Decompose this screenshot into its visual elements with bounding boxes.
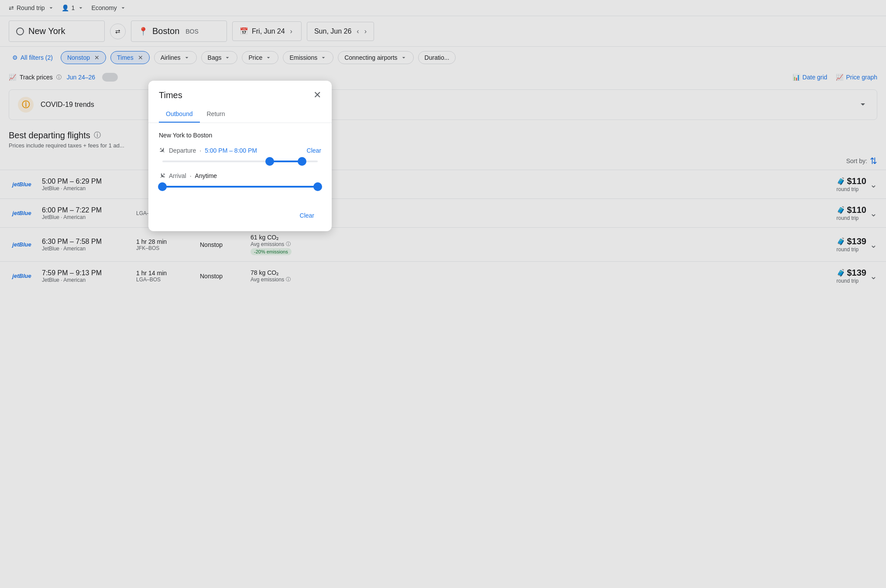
- modal-route: New York to Boston: [159, 132, 321, 139]
- departure-clear-button[interactable]: Clear: [307, 147, 321, 154]
- departure-time-section: ✈ Departure · 5:00 PM – 8:00 PM Clear: [159, 146, 321, 162]
- arrival-slider-track: [162, 186, 318, 188]
- arrival-time-range: Anytime: [195, 172, 217, 179]
- departure-label: Departure: [169, 147, 196, 154]
- arrival-time-section: ✈ Arrival · Anytime: [159, 171, 321, 188]
- arrival-label: Arrival: [169, 172, 186, 179]
- departure-slider-right-thumb[interactable]: [298, 157, 306, 166]
- arrival-slider-fill: [162, 186, 318, 188]
- departure-slider-fill: [270, 161, 302, 162]
- modal-title: Times: [159, 90, 182, 100]
- arrival-time-label: ✈ Arrival · Anytime: [159, 171, 321, 181]
- tab-return[interactable]: Return: [200, 106, 232, 123]
- departure-time-label: ✈ Departure · 5:00 PM – 8:00 PM Clear: [159, 146, 321, 155]
- departure-slider-left-thumb[interactable]: [265, 157, 274, 166]
- departure-time-range: 5:00 PM – 8:00 PM: [205, 147, 257, 154]
- departure-slider-track: [162, 161, 318, 162]
- modal-header: Times ✕: [148, 81, 332, 106]
- arrival-slider-left-thumb[interactable]: [158, 182, 167, 191]
- modal-tabs: Outbound Return: [148, 106, 332, 123]
- modal-footer: Clear: [148, 205, 332, 231]
- departure-plane-icon: ✈: [156, 145, 168, 156]
- tab-outbound[interactable]: Outbound: [159, 106, 200, 123]
- modal-body: New York to Boston ✈ Departure · 5:00 PM…: [148, 123, 332, 205]
- modal-footer-clear-button[interactable]: Clear: [293, 209, 321, 222]
- departure-dot: ·: [199, 147, 201, 154]
- arrival-slider-right-thumb[interactable]: [313, 182, 322, 191]
- arrival-dot: ·: [190, 172, 192, 179]
- modal-close-button[interactable]: ✕: [313, 89, 321, 101]
- arrival-plane-icon: ✈: [156, 170, 168, 181]
- modal-overlay[interactable]: [0, 0, 886, 290]
- times-modal: Times ✕ Outbound Return New York to Bost…: [148, 81, 332, 231]
